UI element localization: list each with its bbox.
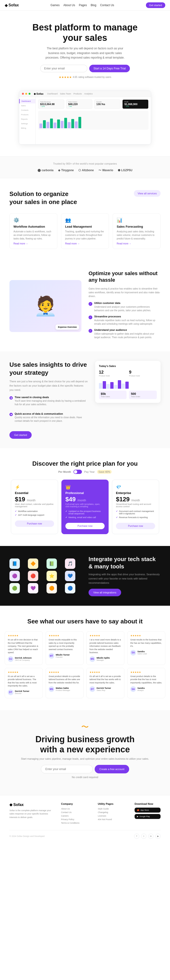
enterprise-purchase-button[interactable]: Purchase now bbox=[116, 523, 155, 529]
nav-contact[interactable]: Contact Us bbox=[100, 3, 114, 7]
footer-company-title: Company bbox=[61, 802, 91, 805]
footer-link-contact[interactable]: Contact Us bbox=[61, 811, 91, 813]
integration-icon-5: 🟣 bbox=[10, 571, 20, 581]
footer-download-title: Download Now bbox=[135, 802, 160, 805]
testimonial-7-name: Derrick Turner bbox=[97, 687, 111, 689]
nav-about[interactable]: About Us bbox=[64, 3, 75, 7]
testimonial-4-avatar: SA bbox=[130, 650, 136, 655]
testimonials-title: See what our users have to say about it bbox=[5, 617, 165, 625]
workflow-read-more[interactable]: Read more → bbox=[13, 242, 53, 245]
footer-utility-col: Utility Pages Style Guide Changelog Lice… bbox=[98, 802, 127, 825]
testimonial-3-avatar: MS bbox=[89, 656, 95, 662]
footer-link-licenses[interactable]: Licenses bbox=[98, 815, 127, 817]
google-play-button[interactable]: ▶ Google Play bbox=[135, 814, 160, 819]
testimonial-3: ★★★★★ I at a most used more details to a… bbox=[86, 631, 124, 665]
testimonial-3-name: Mbolin Splits bbox=[97, 657, 110, 659]
app-store-button[interactable]: 🍎 App Store bbox=[135, 808, 160, 813]
sales-metric-2-num: 9 bbox=[129, 370, 157, 375]
logo-tinygone: ◈ Tinygone bbox=[58, 169, 74, 172]
testimonial-5: ★★★★★ It's an all set it all is set we a… bbox=[5, 668, 43, 698]
forecast-read-more[interactable]: Read more → bbox=[117, 242, 157, 245]
cta-email-input[interactable] bbox=[41, 765, 93, 773]
testimonial-5-text: It's an all set it all is set we a provi… bbox=[8, 675, 40, 688]
toggle-month[interactable]: Per Month bbox=[58, 470, 71, 473]
integrations-content: Integrate your tech stack & many tools I… bbox=[89, 555, 160, 596]
footer-link-terms[interactable]: Terms & Conditions bbox=[61, 822, 91, 824]
footer-link-privacy[interactable]: Privacy Policy bbox=[61, 818, 91, 821]
cta-bottom-section: 〜 Driving business growth with a new exp… bbox=[0, 710, 170, 795]
solution-title: Solution to organize your sales in one p… bbox=[10, 190, 80, 206]
sales-total-item-1: $5k Total Sales bbox=[99, 391, 127, 399]
sales-metric-1: 12 Product Sold bbox=[99, 370, 127, 377]
workflow-desc: Automate a tasks & workflows, such as em… bbox=[13, 230, 53, 240]
dashboard-mockup: ◆ Sofax DashboardSales TeamProductsAnaly… bbox=[19, 91, 151, 145]
integrations-title: Integrate your tech stack & many tools bbox=[89, 555, 160, 570]
check-icon-3: ✓ bbox=[89, 329, 92, 333]
total-amount-1: $5k bbox=[101, 392, 125, 396]
optimize-item-3-desc: Utilize salespeople to gather data and i… bbox=[94, 332, 160, 339]
trusted-label: Trusted by 900+ of the world's most popu… bbox=[5, 162, 165, 165]
hero-cta-button[interactable]: Start a 14 Days Free Trial bbox=[89, 65, 130, 72]
professional-price: $49 /month bbox=[65, 496, 105, 503]
testimonial-4-name: Sandra bbox=[137, 650, 147, 653]
squiggle-icon: 〜 bbox=[10, 722, 160, 732]
apple-icon: 🍎 bbox=[137, 809, 139, 811]
testimonial-2-text: Great results enjoyable to this sales by… bbox=[49, 638, 81, 651]
social-twitter[interactable]: t bbox=[141, 834, 146, 839]
social-linkedin[interactable]: in bbox=[148, 834, 154, 839]
professional-desc: Full email sync with templates, open, cl… bbox=[65, 503, 105, 508]
integration-icon-4: 🎵 bbox=[65, 558, 75, 569]
testimonial-3-stars: ★★★★★ bbox=[89, 634, 121, 637]
testimonial-4: ★★★★★ Great results to the business that… bbox=[127, 631, 165, 665]
footer-link-about[interactable]: About Us bbox=[61, 808, 91, 810]
testimonial-7-stars: ★★★★★ bbox=[89, 671, 121, 673]
hero-title: Best platform to manage your sales bbox=[28, 22, 141, 43]
footer-link-404[interactable]: 404 Not Found bbox=[98, 818, 127, 821]
testimonial-6: ★★★★★ Great product details to a provide… bbox=[46, 668, 84, 698]
testimonial-6-text: Great product details to a provide tailo… bbox=[49, 675, 81, 684]
check-icon-2: ✓ bbox=[89, 315, 92, 319]
nav-games[interactable]: Games bbox=[51, 3, 60, 7]
sales-metric-2: 9 Product Sold bbox=[129, 370, 157, 377]
view-integrations-button[interactable]: View all integrations bbox=[89, 589, 121, 596]
enterprise-desc: Streamlined lead routing and account acc… bbox=[116, 503, 155, 508]
testimonial-3-role: Manager bbox=[97, 659, 110, 661]
cta-bottom-button[interactable]: Create a free account bbox=[95, 765, 129, 773]
toggle-switch[interactable] bbox=[73, 470, 82, 474]
nav-cta-button[interactable]: Get started bbox=[146, 2, 165, 8]
integration-icon-2: 🔶 bbox=[28, 558, 38, 569]
mockup-nav: DashboardSales TeamProductsAnalytics bbox=[47, 92, 92, 95]
testimonial-5-avatar: DT bbox=[8, 690, 13, 695]
footer: ◆ Sofax Sofax is the complete platform m… bbox=[0, 795, 170, 843]
testimonial-2-stars: ★★★★★ bbox=[49, 634, 81, 637]
nav-pages[interactable]: Pages bbox=[79, 3, 87, 7]
get-started-button[interactable]: Get started bbox=[10, 431, 32, 439]
essential-purchase-button[interactable]: Purchase now bbox=[15, 520, 54, 527]
professional-purchase-button[interactable]: Purchase now bbox=[65, 523, 105, 529]
view-all-button[interactable]: View all services bbox=[134, 190, 160, 197]
lead-read-more[interactable]: Read more → bbox=[65, 242, 105, 245]
footer-link-careers[interactable]: Careers bbox=[61, 815, 91, 817]
workflow-icon: ⚙️ bbox=[13, 217, 53, 223]
toggle-year[interactable]: Pay Year bbox=[84, 470, 95, 473]
testimonial-2-avatar: MT bbox=[49, 653, 54, 659]
testimonial-8: ★★★★★ Great product details to the provi… bbox=[127, 668, 165, 698]
testimonial-7-avatar: DT bbox=[89, 686, 95, 692]
forecast-icon: 📊 bbox=[117, 217, 157, 223]
testimonial-3-author: MS Mbolin Splits Manager bbox=[89, 656, 121, 662]
footer-link-changelog[interactable]: Changelog bbox=[98, 811, 127, 813]
social-youtube[interactable]: ▶ bbox=[156, 834, 160, 839]
sales-metric-2-label: Product Sold bbox=[129, 375, 157, 377]
footer-link-style[interactable]: Style Guide bbox=[98, 808, 127, 810]
optimize-item-1: ✓ Utilize customer data Understand and a… bbox=[89, 302, 160, 312]
solution-cards: ⚙️ Workflow Automation Automate a tasks … bbox=[10, 213, 160, 249]
optimize-item-2-desc: Automate repetitive tasks such as lead n… bbox=[94, 318, 160, 326]
social-facebook[interactable]: f bbox=[134, 834, 139, 839]
integration-icon-11: 🟠 bbox=[46, 583, 57, 593]
testimonial-7: ★★★★★ It's all set it all is set we a pr… bbox=[86, 668, 124, 698]
testimonial-6-author: MS Matteo Salim Product Manager bbox=[49, 686, 81, 692]
navigation: ◆ Sofax Games About Us Pages Blog Contac… bbox=[0, 0, 170, 11]
hero-section: Best platform to manage your sales The b… bbox=[0, 11, 170, 86]
nav-blog[interactable]: Blog bbox=[91, 3, 96, 7]
hero-email-input[interactable] bbox=[40, 65, 87, 72]
